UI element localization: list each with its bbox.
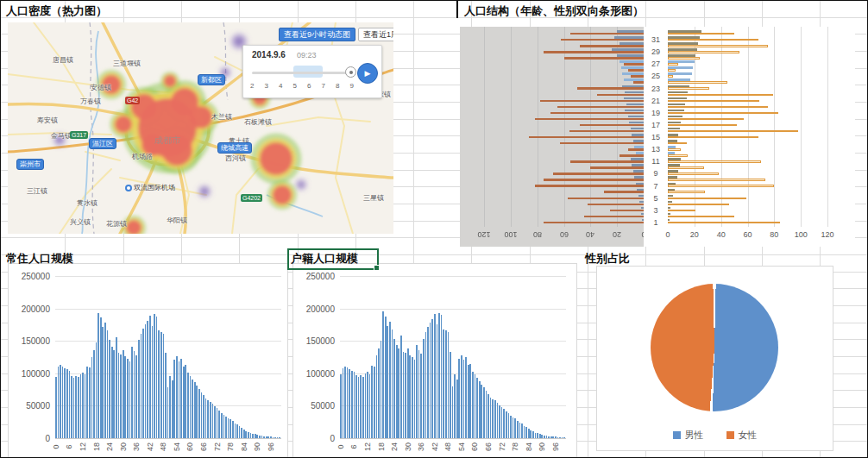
histogram-bar — [434, 314, 436, 438]
pyramid-bar-right-orange — [668, 136, 758, 139]
map-road-shield: G4202 — [241, 194, 262, 202]
pyramid-bar-right-orange — [668, 130, 798, 133]
timeline-panel: 2014.9.6 09:23 23456789 ▶ — [242, 45, 382, 98]
legend-item: 女性 — [726, 429, 758, 442]
histogram-bar — [201, 392, 203, 438]
pyramid-right-axis-tick: 120 — [817, 230, 838, 239]
histogram-bar — [245, 431, 247, 438]
view-1week-dynamics-button[interactable]: 查看近1周动态图 — [358, 28, 393, 41]
histogram-bar — [147, 321, 148, 438]
timeline-slider-handle[interactable] — [345, 66, 356, 78]
pyramid-bar-right-orange — [668, 63, 678, 66]
histogram-bar — [374, 367, 375, 438]
timeline-slider-track[interactable] — [252, 72, 352, 74]
timeline-play-button[interactable]: ▶ — [357, 63, 378, 84]
map-town-label: 金马镇 — [51, 131, 72, 141]
pyramid-bar-right-orange — [668, 148, 681, 151]
histogram-bar — [387, 326, 388, 438]
histogram-bar — [113, 350, 115, 438]
histogram-bar — [116, 337, 117, 438]
map-town-label: 花源镇 — [106, 219, 127, 229]
spreadsheet-page: 人口密度（热力图） 人口结构（年龄、性别双向条形图） 常住人口规模 户籍人口规模… — [0, 0, 868, 458]
pyramid-bar-left-orange — [535, 185, 644, 187]
histogram-bar — [530, 430, 531, 438]
x-axis-tick-label: 24 — [390, 438, 399, 455]
map-town-label: 黄水镇 — [77, 198, 97, 208]
y-axis-tick-label: 50000 — [10, 401, 50, 411]
pyramid-left-axis-tick: 120 — [474, 230, 494, 239]
y-axis-tick-label: 200000 — [295, 304, 335, 314]
histogram-bar — [398, 348, 399, 438]
histogram-bar — [381, 341, 382, 438]
histogram-bar — [521, 423, 523, 438]
x-axis-tick-label: 36 — [417, 438, 425, 455]
histogram-bar — [223, 415, 225, 438]
pyramid-age-label: 23 — [644, 86, 668, 92]
histogram-bar — [393, 339, 395, 438]
x-axis-tick-label: 0 — [52, 438, 60, 455]
histogram-bar — [416, 345, 418, 438]
population-density-heatmap[interactable]: 唐昌镇三道堰镇祥福镇安德镇寿安镇万春镇金马镇三江镇黄水镇兴义镇花源镇机场路华阳镇… — [8, 22, 393, 234]
y-axis-tick-label: 0 — [10, 434, 50, 443]
title-resident[interactable]: 常住人口规模 — [6, 251, 73, 267]
fill-handle[interactable] — [374, 265, 380, 271]
histogram-bar — [403, 352, 405, 438]
pyramid-age-label: 25 — [644, 73, 668, 79]
pyramid-bar-right-orange — [668, 160, 761, 163]
title-gender[interactable]: 性别占比 — [585, 251, 630, 267]
histogram-bar — [89, 367, 91, 438]
view-9h-dynamics-button[interactable]: 查看近9小时动态图 — [279, 28, 355, 41]
histogram-bar — [198, 389, 200, 438]
histogram-bar — [192, 380, 193, 438]
x-axis-tick-label: 78 — [511, 438, 519, 455]
y-axis-tick-label: 100000 — [10, 369, 50, 379]
x-axis-tick-label: 84 — [240, 438, 248, 455]
histogram-bar — [479, 381, 481, 438]
x-axis-tick-label: 42 — [431, 438, 439, 455]
pyramid-bar-left-orange — [631, 75, 644, 78]
x-axis-tick-label: 18 — [92, 438, 101, 455]
pyramid-bar-left-orange — [560, 142, 644, 145]
histogram-bar — [367, 372, 368, 438]
histogram-bar — [481, 385, 482, 438]
histogram-bar — [120, 354, 122, 438]
pyramid-bar-left-orange — [569, 130, 644, 133]
histogram-bar — [176, 356, 178, 438]
title-pyramid[interactable]: 人口结构（年龄、性别双向条形图） — [464, 3, 644, 19]
histogram-bar — [134, 351, 135, 438]
pyramid-left-axis-tick: 40 — [580, 230, 601, 239]
histogram-bar — [427, 327, 429, 438]
histogram-bar — [494, 400, 496, 438]
pyramid-bar-left-orange — [580, 45, 644, 47]
pyramid-bar-right-orange — [668, 57, 700, 60]
histogram-bar — [396, 345, 398, 438]
histogram-bar — [524, 426, 525, 438]
pyramid-bar-left-orange — [557, 106, 644, 109]
histogram-bar — [142, 329, 144, 438]
histogram-bar — [221, 413, 223, 438]
histogram-bar — [365, 373, 367, 438]
gender-pie — [651, 284, 778, 411]
histogram-bar — [248, 432, 249, 438]
map-town-label: 三道堰镇 — [113, 59, 141, 68]
pyramid-bar-right-orange — [668, 185, 774, 187]
pyramid-bar-left-orange — [550, 112, 644, 115]
histogram-bar — [438, 313, 440, 438]
histogram-bar — [131, 347, 133, 438]
pyramid-bar-left-orange — [597, 94, 644, 97]
histogram-bar — [425, 332, 427, 438]
histogram-bar — [235, 423, 236, 438]
pyramid-age-label: 17 — [644, 122, 668, 129]
title-density[interactable]: 人口密度（热力图） — [6, 3, 107, 19]
map-town-label: 三江镇 — [27, 186, 47, 196]
active-cell-selection[interactable] — [287, 248, 379, 270]
histogram-bar — [149, 316, 151, 438]
x-axis-tick-label: 48 — [159, 438, 167, 455]
timeline-tick: 7 — [322, 82, 325, 90]
histogram-bar — [448, 332, 450, 438]
histogram-bar — [214, 406, 216, 438]
x-axis-tick-label: 72 — [213, 438, 222, 455]
pyramid-bar-left-orange — [568, 198, 644, 200]
histogram-bar — [217, 408, 218, 438]
map-town-label: 唐昌镇 — [53, 55, 73, 65]
